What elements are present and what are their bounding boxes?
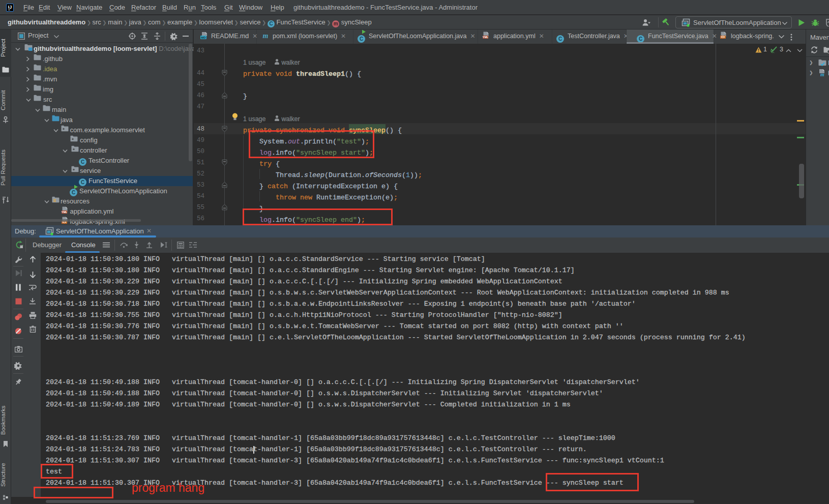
svg-text:YML: YML (62, 211, 68, 214)
svg-text:MD: MD (201, 36, 206, 39)
svg-text:<>: <> (721, 35, 725, 39)
svg-text:YML: YML (483, 36, 489, 39)
svg-text:m: m (820, 72, 824, 77)
svg-text:m: m (263, 33, 269, 39)
